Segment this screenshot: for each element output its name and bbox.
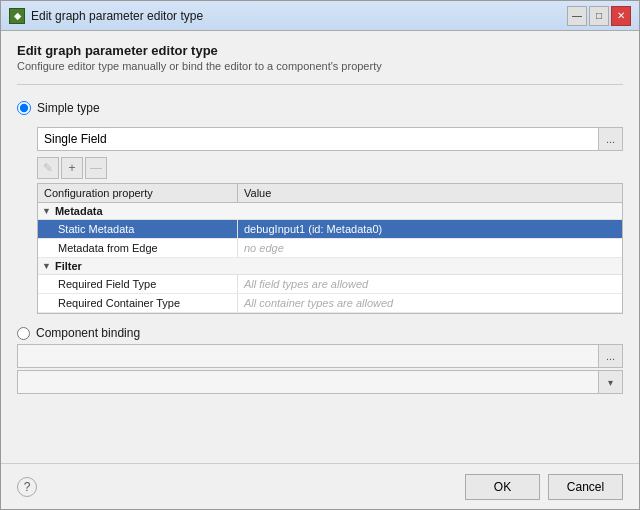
component-binding-section: Component binding ... ▾ (17, 326, 623, 394)
config-table: Configuration property Value ▼ Metadata … (37, 183, 623, 314)
divider-1 (17, 84, 623, 85)
required-container-type-value: All container types are allowed (238, 294, 622, 312)
app-icon: ◆ (9, 8, 25, 24)
title-bar: ◆ Edit graph parameter editor type — □ ✕ (1, 1, 639, 31)
single-field-row: Single Field ... (37, 127, 623, 151)
remove-config-button[interactable]: — (85, 157, 107, 179)
binding-field-row-1: ... (17, 344, 623, 368)
ok-button[interactable]: OK (465, 474, 540, 500)
simple-type-label[interactable]: Simple type (37, 101, 100, 115)
filter-group-label: Filter (55, 260, 82, 272)
maximize-button[interactable]: □ (589, 6, 609, 26)
bottom-bar: ? OK Cancel (1, 463, 639, 509)
minimize-button[interactable]: — (567, 6, 587, 26)
metadata-from-edge-value: no edge (238, 239, 622, 257)
add-config-button[interactable]: + (61, 157, 83, 179)
title-bar-buttons: — □ ✕ (567, 6, 631, 26)
metadata-from-edge-property: Metadata from Edge (38, 239, 238, 257)
binding-field-1 (17, 344, 599, 368)
simple-type-radio[interactable] (17, 101, 31, 115)
header-section: Edit graph parameter editor type Configu… (17, 43, 623, 72)
simple-type-radio-row: Simple type (17, 101, 623, 115)
static-metadata-row[interactable]: Static Metadata debugInput1 (id: Metadat… (38, 220, 622, 239)
title-bar-left: ◆ Edit graph parameter editor type (9, 8, 203, 24)
component-binding-label[interactable]: Component binding (36, 326, 140, 340)
help-button[interactable]: ? (17, 477, 37, 497)
required-field-type-value: All field types are allowed (238, 275, 622, 293)
bottom-buttons: OK Cancel (465, 474, 623, 500)
binding-field-row-2: ▾ (17, 370, 623, 394)
cancel-button[interactable]: Cancel (548, 474, 623, 500)
metadata-arrow: ▼ (42, 206, 51, 216)
dialog-title: Edit graph parameter editor type (17, 43, 623, 58)
single-field-dropdown[interactable]: Single Field (37, 127, 599, 151)
static-metadata-property: Static Metadata (38, 220, 238, 238)
simple-type-section: Single Field ... ✎ + — Configuration pro… (17, 123, 623, 314)
window-title: Edit graph parameter editor type (31, 9, 203, 23)
required-container-type-property: Required Container Type (38, 294, 238, 312)
config-table-header: Configuration property Value (38, 184, 622, 203)
component-binding-radio[interactable] (17, 327, 30, 340)
metadata-group-label: Metadata (55, 205, 103, 217)
binding-dropdown-btn[interactable]: ... (599, 344, 623, 368)
filter-group-header[interactable]: ▼ Filter (38, 258, 622, 275)
edit-config-button[interactable]: ✎ (37, 157, 59, 179)
dialog-content: Edit graph parameter editor type Configu… (1, 31, 639, 463)
binding-field-2 (17, 370, 599, 394)
required-field-type-property: Required Field Type (38, 275, 238, 293)
metadata-from-edge-row[interactable]: Metadata from Edge no edge (38, 239, 622, 258)
required-field-type-row[interactable]: Required Field Type All field types are … (38, 275, 622, 294)
metadata-group-header[interactable]: ▼ Metadata (38, 203, 622, 220)
required-container-type-row[interactable]: Required Container Type All container ty… (38, 294, 622, 313)
col-value-header: Value (238, 184, 622, 202)
close-button[interactable]: ✕ (611, 6, 631, 26)
dialog-subtitle: Configure editor type manually or bind t… (17, 60, 623, 72)
dialog-window: ◆ Edit graph parameter editor type — □ ✕… (0, 0, 640, 510)
config-toolbar: ✎ + — (37, 157, 623, 179)
filter-arrow: ▼ (42, 261, 51, 271)
col-property-header: Configuration property (38, 184, 238, 202)
binding-chevron-btn[interactable]: ▾ (599, 370, 623, 394)
single-field-dropdown-btn[interactable]: ... (599, 127, 623, 151)
static-metadata-value: debugInput1 (id: Metadata0) (238, 220, 622, 238)
component-binding-radio-row: Component binding (17, 326, 623, 340)
